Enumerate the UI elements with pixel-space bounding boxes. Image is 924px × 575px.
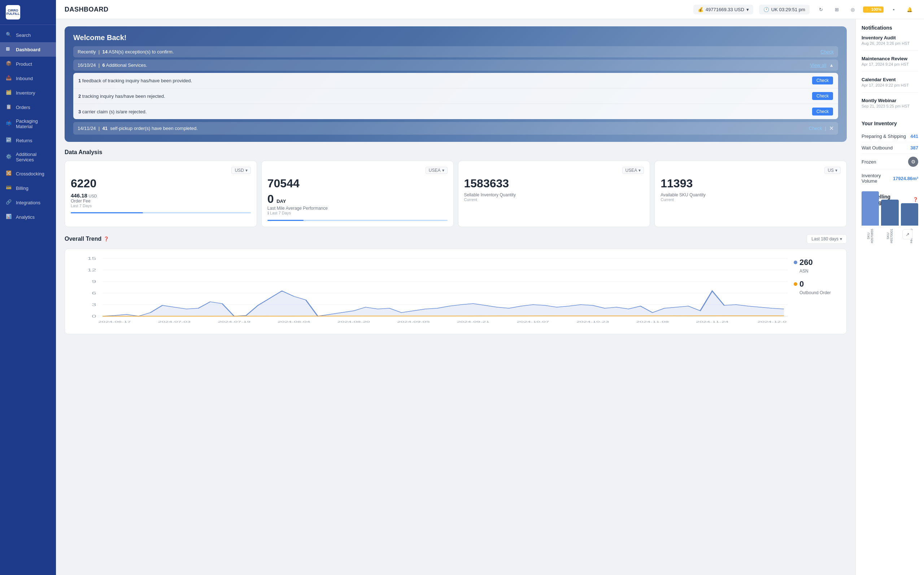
sidebar-item-label: Inbound [16,76,33,81]
currency-dropdown[interactable]: USD ▾ [231,167,251,174]
product-icon: 📦 [6,60,12,67]
returns-icon: ↩️ [6,137,12,144]
square-icon[interactable]: ▪ [888,3,899,15]
notification-item: Montly WebinarSep 21, 2023 5:25 pm HST [862,98,918,113]
inventory-list: Preparing & Shipping441Wait Outbound387F… [862,131,918,187]
notifications-title: Notifications [862,25,918,31]
billing-icon: 💳 [6,185,12,191]
notification-item: Calendar EventApr 17, 2024 9:22 pm HST [862,77,918,93]
card-sub: Last 7 Days [71,203,251,208]
sidebar-item-integrations[interactable]: 🔗Integrations [0,195,56,210]
sidebar-item-additional[interactable]: ⚙️Additional Services [0,148,56,167]
card-big-num: 1583633 [464,177,644,190]
inventory-row: Frozen⚙ [862,154,918,170]
close-icon[interactable]: ✕ [829,125,834,132]
trend-help-icon[interactable]: ❓ [103,237,109,241]
data-card-sku: US ▾ 11393 Available SKU Quantity Curren… [654,160,847,227]
inv-value: 387 [910,145,918,151]
best-selling-section: Best Selling Ranking ❓ SKU #0570855 SKU … [862,194,918,245]
banner-check-link[interactable]: Check [821,49,834,54]
sidebar-item-analytics[interactable]: 📊Analytics [0,210,56,224]
outbound-dot [794,282,797,286]
banner-footer-check[interactable]: Check [809,125,822,131]
data-card-inventory: USEA ▾ 1583633 Sellable Inventory Quanti… [458,160,650,227]
sidebar-item-label: Additional Services [16,152,50,162]
sidebar-item-label: Returns [16,138,32,143]
notif-date: Apr 17, 2024 9:22 pm HST [862,83,918,87]
header-right: 💰 49771669.33 USD ▾ 🕐 UK 03:29:51 pm ↻ ⊞… [693,3,915,15]
banner-sub-text: 1 feedback of tracking inquiry has/have … [78,78,192,83]
sidebar-item-packaging[interactable]: 📫Packaging Material [0,114,56,133]
inv-value: 17924.86m³ [893,176,918,181]
sidebar-item-search[interactable]: 🔍Search [0,28,56,42]
svg-text:9: 9 [92,280,96,284]
overall-trend-section: Overall Trend ❓ Last 180 days ▾ [65,234,847,334]
data-analysis-title: Data Analysis [65,149,847,156]
export-button[interactable]: ↗ [902,229,913,239]
banner-viewall-link[interactable]: View all [810,62,827,68]
region-dropdown[interactable]: USEA ▾ [622,167,644,174]
sidebar-item-orders[interactable]: 📋Orders [0,100,56,114]
sidebar-item-label: Search [16,32,31,38]
notif-title: Calendar Event [862,77,918,82]
banner-row2-text: 16/10/24 | 6 Additional Services. [78,62,147,68]
trend-header: Overall Trend ❓ Last 180 days ▾ [65,234,847,244]
balance-value: 49771669.33 USD [706,7,744,12]
region-dropdown[interactable]: USEA ▾ [425,167,448,174]
svg-text:2024-10-23: 2024-10-23 [576,320,609,323]
banner-sub-row: 3 carrier claim (s) is/are rejected.Chec… [73,104,838,119]
region-dropdown[interactable]: US ▾ [824,167,841,174]
best-selling-help-icon[interactable]: ❓ [913,197,918,202]
sidebar-item-dashboard[interactable]: ⊞Dashboard [0,42,56,57]
grid-icon[interactable]: ⊞ [831,3,843,15]
sidebar-item-inbound[interactable]: 📥Inbound [0,71,56,86]
sidebar-item-crossdocking[interactable]: 🔀Crossdocking [0,167,56,181]
inv-label: Inventory Volume [862,173,893,184]
battery-icon: ⚡ 100% [863,6,884,13]
trend-filter-dropdown[interactable]: Last 180 days ▾ [807,234,847,244]
notif-date: Apr 17, 2024 9:24 pm HST [862,62,918,67]
balance-display[interactable]: 💰 49771669.33 USD ▾ [693,5,753,14]
svg-text:2024-11-08: 2024-11-08 [636,320,669,323]
sidebar-item-label: Orders [16,105,30,110]
svg-marker-13 [103,291,784,316]
bar-label: SKU #6570001 [886,227,893,245]
location-icon[interactable]: ◎ [847,3,859,15]
gear-icon[interactable]: ⚙ [908,157,918,167]
chart-container: 15 12 9 6 3 0 [65,249,847,334]
card-big-num: 70544 [267,177,448,190]
banner-sub-check-button[interactable]: Check [812,108,833,116]
svg-text:2024-07-19: 2024-07-19 [218,320,250,323]
banner-sub-check-button[interactable]: Check [812,76,833,84]
notif-date: Sep 21, 2023 5:25 pm HST [862,104,918,108]
card-sub: Current [660,197,841,202]
logo-text: CIRROFULFILL [6,9,20,16]
inventory-title: Your Inventory [862,121,918,126]
banner-expanded: 1 feedback of tracking inquiry has/have … [73,73,838,119]
inventory-row: Wait Outbound387 [862,142,918,154]
svg-text:2024-06-17: 2024-06-17 [98,320,131,323]
sidebar-nav: 🔍Search⊞Dashboard📦Product📥Inbound🗂️Inven… [0,25,56,575]
notif-date: Aug 26, 2024 3:26 pm HST [862,41,918,46]
sidebar-item-product[interactable]: 📦Product [0,57,56,71]
refresh-icon[interactable]: ↻ [815,3,827,15]
sidebar-item-returns[interactable]: ↩️Returns [0,133,56,148]
analytics-icon: 📊 [6,214,12,220]
sidebar-item-label: Billing [16,186,29,191]
legend-asn: 260 ASN [794,258,841,273]
banner-sub-text: 3 carrier claim (s) is/are rejected. [78,109,146,114]
notif-title: Inventory Audit [862,35,918,40]
time-value: UK 03:29:51 pm [771,7,805,12]
banner-footer-actions: Check | ✕ [809,125,834,132]
sidebar-item-billing[interactable]: 💳Billing [0,181,56,195]
svg-text:3: 3 [92,303,96,307]
banner-sub-row: 2 tracking inquiry has/have been rejecte… [73,89,838,104]
bar-col: SKU #6570001 [881,200,899,245]
sidebar-item-inventory[interactable]: 🗂️Inventory [0,86,56,100]
asn-label: ASN [800,268,841,273]
bell-icon[interactable]: 🔔 [904,3,915,15]
svg-text:2024-10-07: 2024-10-07 [516,320,549,323]
inventory-icon: 🗂️ [6,89,12,96]
banner-sub-check-button[interactable]: Check [812,92,833,100]
trend-chart: 15 12 9 6 3 0 [71,255,788,327]
